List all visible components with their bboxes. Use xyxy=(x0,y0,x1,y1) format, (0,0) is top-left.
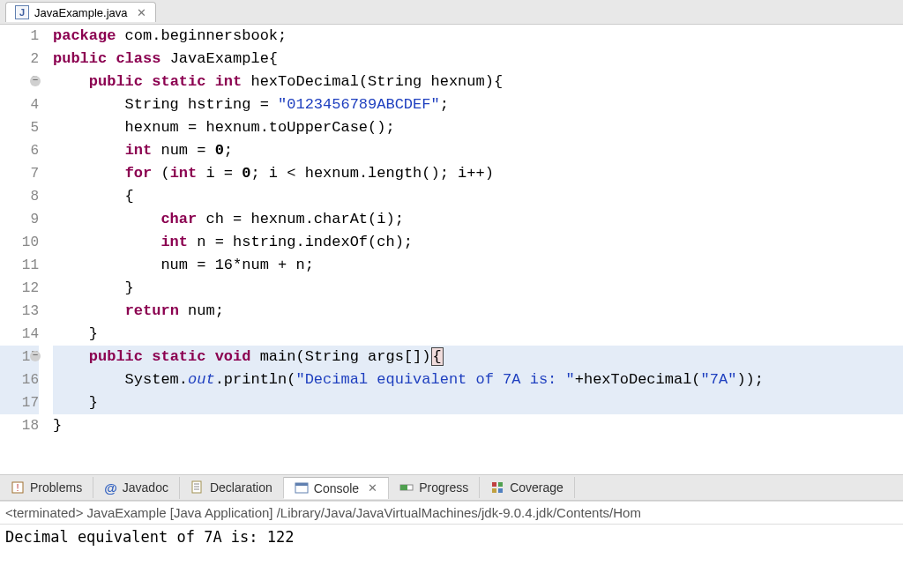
code-line[interactable]: num = 16*num + n; xyxy=(53,254,903,277)
line-number-gutter: 123−456789101112131415−161718 xyxy=(0,25,51,474)
fold-toggle-icon[interactable]: − xyxy=(30,76,41,86)
line-number: 13 xyxy=(0,300,39,323)
svg-rect-11 xyxy=(498,482,503,487)
tab-coverage-label: Coverage xyxy=(510,480,563,495)
editor-tab-javaexample[interactable]: J JavaExample.java ✕ xyxy=(5,2,156,22)
tab-declaration-label: Declaration xyxy=(210,480,272,495)
code-line[interactable]: public class JavaExample{ xyxy=(53,48,903,71)
code-line[interactable]: } xyxy=(53,323,903,346)
line-number: 9 xyxy=(0,208,39,231)
editor-area[interactable]: 123−456789101112131415−161718 package co… xyxy=(0,25,903,474)
code-line[interactable]: int n = hstring.indexOf(ch); xyxy=(53,231,903,254)
code-line[interactable]: char ch = hexnum.charAt(i); xyxy=(53,208,903,231)
problems-icon: ! xyxy=(11,480,25,495)
code-line[interactable]: public static int hexToDecimal(String he… xyxy=(53,71,903,93)
tab-console[interactable]: Console ✕ xyxy=(284,477,389,499)
tab-coverage[interactable]: Coverage xyxy=(480,477,575,498)
svg-rect-12 xyxy=(492,488,496,493)
console-launch-header: <terminated> JavaExample [Java Applicati… xyxy=(0,502,903,525)
code-content[interactable]: package com.beginnersbook;public class J… xyxy=(51,25,903,474)
line-number: 4 xyxy=(0,93,39,116)
line-number: 6 xyxy=(0,139,39,162)
bottom-view-tabs: ! Problems @ Javadoc Declaration Console… xyxy=(0,474,903,501)
java-file-icon: J xyxy=(15,5,29,19)
console-output[interactable]: Decimal equivalent of 7A is: 122 xyxy=(0,525,903,549)
line-number: 8 xyxy=(0,185,39,208)
line-number: 18 xyxy=(0,414,39,437)
code-line[interactable]: for (int i = 0; i < hexnum.length(); i++… xyxy=(53,162,903,185)
line-number: 11 xyxy=(0,254,39,277)
javadoc-icon: @ xyxy=(104,480,117,495)
tab-declaration[interactable]: Declaration xyxy=(180,477,284,498)
code-line[interactable]: { xyxy=(53,185,903,208)
line-number: 3− xyxy=(0,71,39,93)
progress-icon xyxy=(399,480,414,495)
tab-console-label: Console xyxy=(314,481,359,495)
tab-problems[interactable]: ! Problems xyxy=(0,477,93,498)
svg-rect-7 xyxy=(295,483,308,486)
console-icon xyxy=(295,481,309,495)
tab-javadoc[interactable]: @ Javadoc xyxy=(93,477,180,499)
line-number: 16 xyxy=(0,368,39,391)
console-view: <terminated> JavaExample [Java Applicati… xyxy=(0,501,903,549)
svg-rect-10 xyxy=(492,482,496,487)
line-number: 14 xyxy=(0,323,39,346)
code-line[interactable]: public static void main(String args[]){ xyxy=(53,346,903,368)
fold-toggle-icon[interactable]: − xyxy=(30,351,41,361)
code-line[interactable]: hexnum = hexnum.toUpperCase(); xyxy=(53,116,903,139)
svg-rect-9 xyxy=(400,485,407,490)
code-line[interactable]: String hstring = "0123456789ABCDEF"; xyxy=(53,93,903,116)
line-number: 7 xyxy=(0,162,39,185)
code-line[interactable]: } xyxy=(53,391,903,414)
code-line[interactable]: } xyxy=(53,414,903,437)
close-icon[interactable]: ✕ xyxy=(368,481,377,495)
tab-progress-label: Progress xyxy=(419,480,468,495)
code-line[interactable]: } xyxy=(53,277,903,300)
line-number: 5 xyxy=(0,116,39,139)
close-icon[interactable]: ✕ xyxy=(137,6,146,19)
tab-filename: JavaExample.java xyxy=(34,6,128,19)
code-line[interactable]: System.out.println("Decimal equivalent o… xyxy=(53,368,903,391)
line-number: 12 xyxy=(0,277,39,300)
tab-progress[interactable]: Progress xyxy=(389,477,480,498)
line-number: 17 xyxy=(0,391,39,414)
line-number: 10 xyxy=(0,231,39,254)
code-line[interactable]: int num = 0; xyxy=(53,139,903,162)
line-number: 15− xyxy=(0,346,39,368)
line-number: 2 xyxy=(0,48,39,71)
svg-text:!: ! xyxy=(16,482,19,493)
tab-problems-label: Problems xyxy=(30,480,82,495)
tab-javadoc-label: Javadoc xyxy=(123,480,168,495)
code-line[interactable]: package com.beginnersbook; xyxy=(53,25,903,48)
coverage-icon xyxy=(490,480,504,495)
line-number: 1 xyxy=(0,25,39,48)
editor-tab-bar: J JavaExample.java ✕ xyxy=(0,0,903,25)
svg-rect-13 xyxy=(498,488,503,493)
declaration-icon xyxy=(190,480,205,495)
code-line[interactable]: return num; xyxy=(53,300,903,323)
